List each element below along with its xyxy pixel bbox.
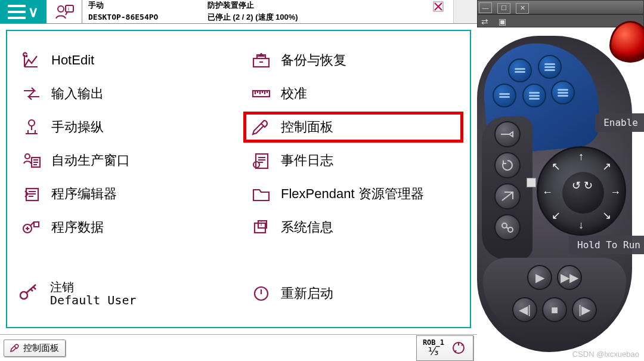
menu-program-editor[interactable]: 程序编辑器 (18, 183, 230, 205)
main-menu-button[interactable]: ∨ (0, 0, 47, 23)
menu-system-info[interactable]: i 系统信息 (247, 216, 459, 239)
production-icon (20, 150, 43, 171)
menu-flexpendant-explorer[interactable]: FlexPendant 资源管理器 (247, 183, 459, 205)
menu-restart[interactable]: 重新启动 (247, 280, 459, 307)
quick-button-a[interactable] (508, 58, 532, 82)
program-editor-icon (20, 184, 43, 204)
calibration-icon (250, 84, 273, 104)
io-icon (20, 84, 43, 104)
svg-point-6 (29, 120, 35, 126)
operator-assist-icon[interactable]: i (47, 0, 82, 23)
logoff-user: Default User (50, 294, 137, 307)
svg-text:i: i (68, 6, 69, 12)
menu-io[interactable]: 输入输出 (18, 82, 230, 105)
quick-button-e[interactable] (551, 81, 575, 104)
key-icon (18, 283, 42, 304)
control-panel-icon (250, 117, 273, 137)
svg-point-7 (25, 154, 30, 159)
status-flag-icon (429, 1, 447, 13)
menu-calibration[interactable]: 校准 (247, 82, 459, 105)
mode-label: 手动 (88, 1, 208, 13)
guard-status-label: 防护装置停止 (208, 1, 429, 13)
watermark-text: CSDN @lxcxuebao (572, 350, 639, 359)
menu-backup-restore[interactable]: 备份与恢复 (247, 49, 459, 72)
side-button-linear[interactable] (494, 183, 521, 209)
stop-button[interactable]: ■ (542, 297, 567, 322)
play-button[interactable]: ▶ (527, 265, 552, 290)
jogging-icon (20, 117, 43, 137)
system-info-icon: i (250, 217, 273, 237)
event-log-icon (250, 150, 273, 171)
quick-button-d[interactable] (522, 84, 546, 107)
main-menu-panel: HotEdit 备份与恢复 输入输出 校准 手动操纵 (6, 30, 471, 328)
logoff-label: 注销 (50, 280, 137, 294)
program-data-icon (20, 217, 43, 237)
svg-point-19 (502, 223, 507, 228)
taskbar-control-panel-button[interactable]: 控制面板 (4, 340, 66, 357)
side-button-axis[interactable] (494, 214, 521, 240)
hostname-label: DESKTOP-86E54PO (88, 13, 208, 23)
emergency-stop-button[interactable] (609, 21, 644, 63)
teach-pendant-controller: — ☐ ✕ ⇄ ▣ ↑ (477, 0, 644, 361)
menu-hotedit[interactable]: HotEdit (18, 49, 230, 72)
enable-paddle[interactable]: Enable (595, 113, 644, 132)
svg-point-0 (58, 6, 64, 12)
menu-jogging[interactable]: 手动操纵 (18, 116, 230, 138)
joystick-lock-icon[interactable] (527, 178, 536, 187)
side-button-tool[interactable] (494, 121, 521, 147)
quick-button-c[interactable] (493, 84, 516, 107)
hold-to-run-paddle[interactable]: Hold To Run (569, 236, 644, 254)
svg-text:i: i (261, 221, 262, 227)
wrench-icon (10, 343, 20, 353)
backup-icon (250, 50, 273, 70)
taskbar-rob-indicator[interactable]: ROB_1 ⅓ (416, 335, 473, 361)
side-button-reorient[interactable] (494, 152, 521, 178)
hotedit-icon (20, 50, 43, 70)
menu-control-panel[interactable]: 控制面板 (243, 112, 463, 143)
step-fwd-button[interactable]: |▶ (572, 297, 597, 322)
step-back-button[interactable]: ◀| (512, 297, 537, 322)
menu-production-window[interactable]: 自动生产窗口 (18, 149, 230, 172)
menu-program-data[interactable]: 程序数据 (18, 216, 230, 239)
menu-logoff[interactable]: 注销 Default User (18, 280, 230, 307)
restart-icon (250, 283, 273, 304)
stopped-status-label: 已停止 (2 / 2) (速度 100%) (208, 13, 429, 23)
explorer-folder-icon (250, 184, 273, 204)
quick-button-b[interactable] (538, 55, 562, 79)
taskbar: 控制面板 ROB_1 ⅓ (0, 334, 477, 361)
fast-forward-button[interactable]: ▶▶ (557, 265, 582, 290)
joystick[interactable]: ↑ ↓ ← → ↖ ↗ ↙ ↘ ↺ ↻ (537, 146, 626, 236)
svg-rect-9 (256, 154, 268, 168)
motor-reset-icon (450, 340, 467, 356)
svg-rect-1 (66, 5, 73, 12)
menu-event-log[interactable]: 事件日志 (247, 149, 459, 172)
